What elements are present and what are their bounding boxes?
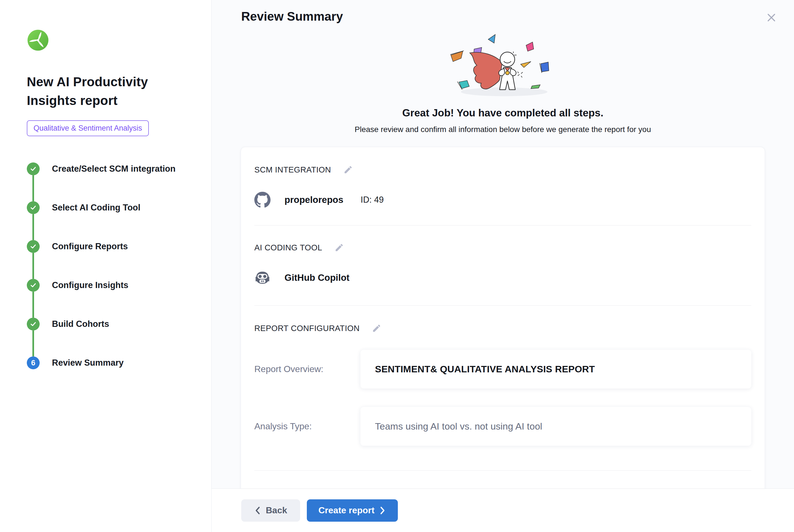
- ai-tool-name: GitHub Copilot: [284, 272, 349, 283]
- create-report-button[interactable]: Create report: [307, 499, 398, 522]
- wizard-sidebar: New AI Productivity Insights report Qual…: [0, 0, 212, 532]
- github-icon: [254, 192, 270, 208]
- step-configure-insights[interactable]: Configure Insights: [27, 279, 196, 292]
- propelo-logo-icon: [27, 29, 49, 51]
- chevron-right-icon: [379, 506, 386, 515]
- chevron-left-icon: [254, 506, 261, 515]
- scm-section-heading: SCM INTEGRATION: [254, 165, 331, 174]
- step-ai-coding-tool[interactable]: Select AI Coding Tool: [27, 201, 196, 214]
- step-active-number: 6: [27, 357, 40, 369]
- step-configure-reports[interactable]: Configure Reports: [27, 240, 196, 253]
- close-icon[interactable]: [763, 10, 779, 26]
- github-copilot-icon: [254, 270, 270, 286]
- step-done-check-icon: [27, 201, 40, 214]
- wizard-footer: Back Create report: [212, 489, 794, 532]
- congrats-subtitle: Please review and confirm all informatio…: [355, 125, 651, 134]
- report-overview-value: SENTIMENT& QUALITATIVE ANALYSIS REPORT: [360, 350, 751, 388]
- review-summary-panel: Review Summary: [212, 0, 794, 532]
- edit-scm-pencil-icon[interactable]: [342, 164, 354, 175]
- summary-card: SCM INTEGRATION propelorepos ID: 49 AI C…: [241, 147, 765, 489]
- ai-tool-section-heading: AI CODING TOOL: [254, 243, 322, 252]
- analysis-type-value: Teams using AI tool vs. not using AI too…: [360, 407, 751, 446]
- review-summary-content: Review Summary: [212, 0, 794, 489]
- page-title: Review Summary: [241, 10, 343, 23]
- report-overview-label: Report Overview:: [254, 364, 360, 374]
- section-divider: [254, 305, 751, 306]
- step-done-check-icon: [27, 318, 40, 330]
- step-review-summary[interactable]: 6 Review Summary: [27, 357, 196, 369]
- wizard-stepper: Create/Select SCM integration Select AI …: [27, 163, 196, 369]
- step-scm-integration[interactable]: Create/Select SCM integration: [27, 163, 196, 175]
- edit-report-config-pencil-icon[interactable]: [371, 322, 382, 334]
- section-divider: [254, 225, 751, 226]
- step-done-check-icon: [27, 279, 40, 292]
- congrats-title: Great Job! You have completed all steps.: [402, 107, 603, 119]
- back-button[interactable]: Back: [241, 499, 300, 522]
- analysis-type-badge: Qualitative & Sentiment Analysis: [27, 120, 149, 136]
- celebration-superhero-illustration: [436, 30, 570, 100]
- analysis-type-label: Analysis Type:: [254, 421, 360, 432]
- scm-integration-id: ID: 49: [361, 195, 384, 205]
- edit-ai-tool-pencil-icon[interactable]: [333, 242, 345, 253]
- step-build-cohorts[interactable]: Build Cohorts: [27, 318, 196, 330]
- scm-integration-name: propelorepos: [284, 194, 343, 205]
- step-done-check-icon: [27, 240, 40, 253]
- report-config-section-heading: REPORT CONFIGURATION: [254, 324, 360, 333]
- report-wizard-title: New AI Productivity Insights report: [27, 73, 169, 110]
- step-done-check-icon: [27, 163, 40, 175]
